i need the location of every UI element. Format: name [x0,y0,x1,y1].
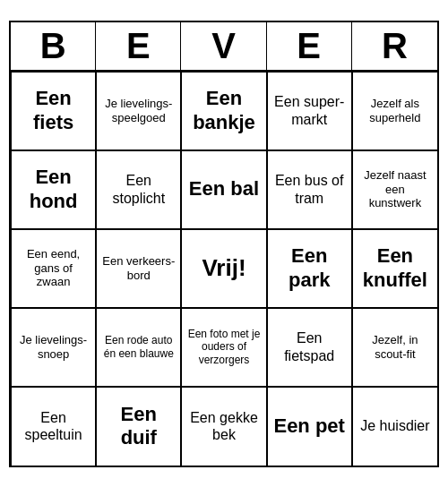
cell-text: Jezelf, in scout-fit [358,333,432,361]
cell-text: Een park [273,244,346,292]
header-letter: R [352,22,437,70]
cell-text: Een bus of tram [273,172,346,206]
cell-text: Een bal [189,177,259,201]
header-letter: E [267,22,352,70]
bingo-cell: Een pet [267,387,352,466]
cell-text: Je lievelings-speelgoed [102,97,175,124]
header-letter: E [96,22,181,70]
bingo-cell: Een bus of tram [267,150,352,229]
cell-text: Een hond [17,166,90,213]
bingo-card: BEVER Een fietsJe lievelings-speelgoedEe… [9,21,439,467]
bingo-header: BEVER [11,22,437,72]
cell-text: Een rode auto én een blauwe [102,334,175,360]
bingo-grid: Een fietsJe lievelings-speelgoedEen bank… [11,72,437,466]
bingo-cell: Een foto met je ouders of verzorgers [181,308,266,387]
cell-text: Een gekke bek [187,409,260,443]
bingo-cell: Een hond [11,150,96,229]
bingo-cell: Een eend, gans of zwaan [11,229,96,308]
bingo-cell: Een super-markt [267,72,352,150]
bingo-cell: Een fietspad [267,308,352,387]
cell-text: Een pet [273,414,344,438]
bingo-cell: Een rode auto én een blauwe [96,308,181,387]
cell-text: Een duif [102,403,175,450]
bingo-cell: Je lievelings-speelgoed [96,72,181,150]
cell-text: Jezelf naast een kunstwerk [358,168,432,210]
cell-text: Jezelf als superheld [358,97,432,124]
cell-text: Een fiets [17,87,90,134]
bingo-cell: Een fiets [11,72,96,150]
bingo-cell: Je lievelings-snoep [11,308,96,387]
cell-text: Een knuffel [358,244,432,292]
cell-text: Een stoplicht [102,172,175,206]
bingo-cell: Een park [267,229,352,308]
bingo-cell: Een stoplicht [96,150,181,229]
cell-text: Vrij! [202,254,246,282]
cell-text: Een super-markt [273,93,346,127]
header-letter: V [181,22,266,70]
bingo-cell: Vrij! [181,229,266,308]
bingo-cell: Een gekke bek [181,387,266,466]
cell-text: Een eend, gans of zwaan [17,247,90,289]
cell-text: Een fietspad [273,329,346,363]
cell-text: Je lievelings-snoep [17,333,90,361]
bingo-cell: Een duif [96,387,181,466]
bingo-cell: Een knuffel [352,229,437,308]
cell-text: Een bankje [187,87,260,134]
bingo-cell: Een bankje [181,72,266,150]
bingo-cell: Jezelf, in scout-fit [352,308,437,387]
bingo-cell: Jezelf als superheld [352,72,437,150]
bingo-cell: Een speeltuin [11,387,96,466]
cell-text: Je huisdier [360,417,429,434]
cell-text: Een foto met je ouders of verzorgers [187,328,260,366]
cell-text: Een speeltuin [17,409,90,443]
header-letter: B [11,22,96,70]
bingo-cell: Je huisdier [352,387,437,466]
bingo-cell: Een verkeers-bord [96,229,181,308]
bingo-cell: Jezelf naast een kunstwerk [352,150,437,229]
cell-text: Een verkeers-bord [102,254,175,282]
bingo-cell: Een bal [181,150,266,229]
